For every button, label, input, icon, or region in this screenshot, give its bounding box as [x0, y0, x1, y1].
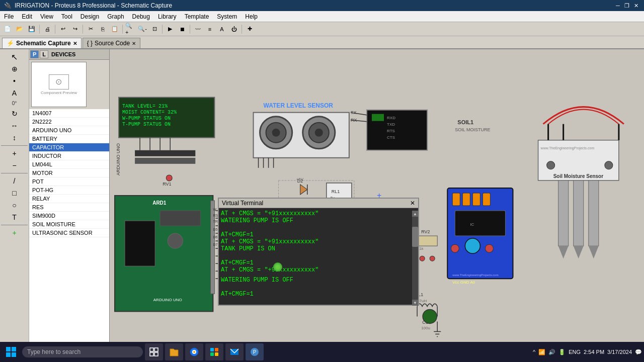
svg-point-118: [605, 161, 613, 169]
svg-rect-46: [125, 221, 155, 266]
dev-motor[interactable]: MOTOR: [29, 169, 109, 177]
notification-button[interactable]: 💬: [635, 349, 642, 355]
dev-pot-hg[interactable]: POT-HG: [29, 186, 109, 195]
menu-help[interactable]: Help: [241, 12, 262, 21]
vterm-scrollbar[interactable]: ▲ ▼: [412, 211, 418, 306]
dev-2n2222[interactable]: 2N2222: [29, 118, 109, 126]
scroll-up[interactable]: ▲: [412, 211, 418, 217]
new-button[interactable]: 📄: [2, 24, 13, 35]
mail-button[interactable]: [225, 343, 244, 360]
open-button[interactable]: 📂: [14, 24, 25, 35]
taskview-button[interactable]: [145, 343, 163, 360]
label-button[interactable]: A: [216, 24, 227, 35]
lang-indicator: ENG: [569, 349, 581, 355]
svg-rect-154: [210, 348, 214, 351]
svg-text:Vcc GND A0: Vcc GND A0: [452, 280, 475, 285]
rotate-tool[interactable]: ↻: [9, 108, 20, 119]
dev-pot[interactable]: POT: [29, 177, 109, 186]
left-toolpanel: ↖ ⊕ • A 0° ↻ ↔ ↕ + − / □ ○ T +: [0, 49, 29, 362]
dev-arduino[interactable]: ARDUINO UNO: [29, 126, 109, 135]
menu-debug[interactable]: Debug: [128, 12, 154, 21]
junction-tool[interactable]: •: [9, 75, 20, 86]
menu-library[interactable]: Library: [154, 12, 181, 21]
stop-button[interactable]: ⏹: [177, 24, 188, 35]
save-button[interactable]: 💾: [26, 24, 37, 35]
vterm-titlebar[interactable]: Virtual Terminal ✕: [219, 199, 418, 208]
menu-tool[interactable]: Tool: [57, 12, 76, 21]
line-tool[interactable]: /: [9, 175, 20, 187]
menu-view[interactable]: View: [36, 12, 57, 21]
mirror-v-tool[interactable]: ↕: [9, 132, 20, 143]
vterm-label: Virtual Terminal: [222, 200, 263, 207]
schematic-canvas[interactable]: TANK LEVEL= 21% MOIST CONTENT= 32% W-PUM…: [110, 49, 644, 362]
svg-point-99: [451, 244, 459, 252]
menu-template[interactable]: Template: [181, 12, 213, 21]
run-button[interactable]: ▶: [165, 24, 176, 35]
copy-button[interactable]: ⎘: [97, 24, 108, 35]
bus-button[interactable]: ≡: [204, 24, 215, 35]
search-input[interactable]: [22, 346, 143, 357]
maximize-button[interactable]: ❐: [623, 2, 631, 10]
clock-date: 3/17/2024: [607, 349, 632, 355]
dev-capacitor[interactable]: CAPACITOR: [29, 143, 109, 152]
dev-relay[interactable]: RELAY: [29, 195, 109, 203]
schematic-icon: ⚡: [7, 40, 14, 47]
tab-source[interactable]: { } Source Code ✕: [83, 38, 140, 48]
minimize-button[interactable]: ─: [614, 2, 622, 10]
zoom-in-button[interactable]: 🔍+: [125, 24, 136, 35]
place-mode-button[interactable]: P: [30, 50, 39, 58]
print-button[interactable]: 🖨: [42, 24, 53, 35]
close-button[interactable]: ✕: [632, 2, 640, 10]
zoom-out-button[interactable]: 🔍-: [137, 24, 148, 35]
component-tool[interactable]: ⊕: [9, 63, 20, 74]
dev-soil-moisture[interactable]: SOIL MOISTURE: [29, 220, 109, 229]
dev-ultrasonic[interactable]: ULTRASONIC SENSOR: [29, 229, 109, 237]
undo-button[interactable]: ↩: [57, 24, 68, 35]
dev-sim900d[interactable]: SIM900D: [29, 212, 109, 220]
rect-tool[interactable]: □: [9, 188, 20, 199]
zoom-out-tool[interactable]: −: [9, 160, 20, 171]
svg-rect-155: [215, 348, 218, 351]
menu-design[interactable]: Design: [76, 12, 103, 21]
text-tool[interactable]: T: [9, 212, 20, 223]
svg-rect-122: [589, 180, 599, 246]
menu-edit[interactable]: Edit: [18, 12, 36, 21]
menu-graph[interactable]: Graph: [103, 12, 128, 21]
virtual-terminal[interactable]: Virtual Terminal ✕ AT + CMGS = "+91xxxxx…: [218, 198, 419, 306]
dev-battery[interactable]: BATTERY: [29, 135, 109, 143]
circle-tool[interactable]: ○: [9, 200, 20, 211]
zoom-in-tool[interactable]: +: [9, 148, 20, 159]
select-tool[interactable]: ↖: [9, 51, 20, 62]
vterm-close[interactable]: ✕: [410, 200, 415, 207]
library-mode-button[interactable]: L: [40, 50, 48, 58]
menu-system[interactable]: System: [213, 12, 241, 21]
scroll-down[interactable]: ▼: [412, 300, 418, 306]
device-list: 1N4007 2N2222 ARDUINO UNO BATTERY CAPACI…: [29, 109, 109, 356]
paste-button[interactable]: 📋: [109, 24, 120, 35]
tray-expand[interactable]: ^: [533, 349, 535, 355]
dev-1n4007[interactable]: 1N4007: [29, 109, 109, 118]
svg-rect-103: [417, 236, 437, 246]
redo-button[interactable]: ↪: [69, 24, 80, 35]
wire-button[interactable]: 〰: [192, 24, 203, 35]
start-button[interactable]: [2, 343, 20, 360]
svg-text:MOIST CONTENT= 32%: MOIST CONTENT= 32%: [122, 110, 177, 115]
dev-res[interactable]: RES: [29, 203, 109, 212]
store-button[interactable]: [205, 343, 223, 360]
mirror-h-tool[interactable]: ↔: [9, 120, 20, 131]
menu-file[interactable]: File: [0, 12, 18, 21]
power-button[interactable]: ⏻: [228, 24, 239, 35]
wire-label-tool[interactable]: A: [9, 87, 20, 99]
proteus-taskbar-button[interactable]: P: [246, 343, 264, 360]
zoom-fit-button[interactable]: ⊡: [149, 24, 160, 35]
cut-button[interactable]: ✂: [85, 24, 96, 35]
marker-button[interactable]: ✚: [244, 24, 255, 35]
browser-button[interactable]: [185, 343, 203, 360]
add-tool[interactable]: +: [9, 227, 20, 238]
file-manager-button[interactable]: [165, 343, 183, 360]
tab-schematic-close[interactable]: ✕: [73, 41, 77, 46]
dev-lm044l[interactable]: LM044L: [29, 160, 109, 169]
dev-inductor[interactable]: INDUCTOR: [29, 152, 109, 160]
tab-source-close[interactable]: ✕: [132, 41, 136, 46]
tab-schematic[interactable]: ⚡ Schematic Capture ✕: [2, 38, 82, 48]
